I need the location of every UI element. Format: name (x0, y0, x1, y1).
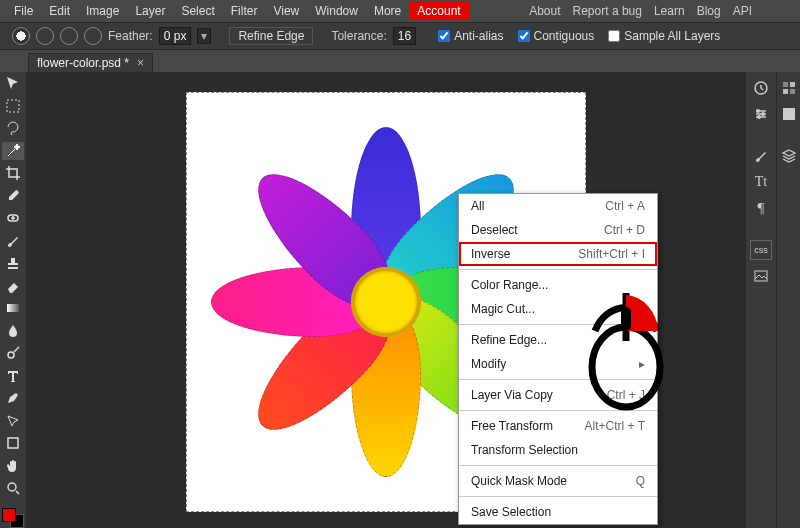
ctx-inverse[interactable]: InverseShift+Ctrl + I (459, 242, 657, 266)
svg-point-14 (757, 110, 760, 113)
ctx-save-selection[interactable]: Save Selection (459, 500, 657, 524)
menu-filter[interactable]: Filter (223, 2, 266, 20)
color-swatches[interactable] (2, 508, 24, 528)
paragraph-panel-icon[interactable]: ¶ (751, 198, 771, 218)
brush-panel-icon[interactable] (751, 146, 771, 166)
ctx-item-shortcut: Shift+Ctrl + I (578, 247, 645, 261)
help-report[interactable]: Report a bug (567, 2, 648, 20)
svg-rect-22 (783, 108, 795, 120)
menu-separator (459, 496, 657, 497)
tool-rect-select[interactable] (2, 97, 24, 116)
mouse-rightclick-annotation (583, 289, 669, 411)
tool-brush[interactable] (2, 232, 24, 251)
svg-point-12 (8, 483, 16, 491)
tool-pen[interactable] (2, 389, 24, 408)
tool-blur[interactable] (2, 322, 24, 341)
menu-select[interactable]: Select (173, 2, 222, 20)
reddit-icon[interactable] (758, 9, 770, 13)
help-about[interactable]: About (523, 2, 566, 20)
tool-healing[interactable] (2, 209, 24, 228)
ctx-free-transform[interactable]: Free TransformAlt+Ctrl + T (459, 414, 657, 438)
sample-all-checkbox[interactable]: Sample All Layers (604, 29, 724, 43)
menu-account[interactable]: Account (409, 2, 468, 20)
tool-zoom[interactable] (2, 479, 24, 498)
menu-view[interactable]: View (265, 2, 307, 20)
ctx-item-label: All (471, 199, 484, 213)
tool-stamp[interactable] (2, 254, 24, 273)
selection-new-icon[interactable] (12, 27, 30, 45)
menu-more[interactable]: More (366, 2, 409, 20)
menu-image[interactable]: Image (78, 2, 127, 20)
twitter-icon[interactable] (770, 9, 782, 13)
ctx-quick-mask-mode[interactable]: Quick Mask ModeQ (459, 469, 657, 493)
ctx-item-label: Free Transform (471, 419, 553, 433)
ctx-item-shortcut: Q (636, 474, 645, 488)
tool-eyedropper[interactable] (2, 187, 24, 206)
help-blog[interactable]: Blog (691, 2, 727, 20)
ctx-item-label: Refine Edge... (471, 333, 547, 347)
tool-dodge[interactable] (2, 344, 24, 363)
menu-layer[interactable]: Layer (127, 2, 173, 20)
right-panel-col-b (776, 72, 800, 528)
ctx-item-shortcut: Alt+Ctrl + T (585, 419, 645, 433)
type-panel-icon[interactable]: Tt (751, 172, 771, 192)
svg-point-15 (762, 113, 765, 116)
help-api[interactable]: API (727, 2, 758, 20)
document-tab-strip: flower-color.psd * × (0, 50, 800, 72)
tool-gradient[interactable] (2, 299, 24, 318)
tool-crop[interactable] (2, 164, 24, 183)
adjustments-panel-icon[interactable] (751, 104, 771, 124)
fullscreen-icon[interactable] (481, 9, 493, 13)
svg-rect-24 (621, 307, 631, 331)
menu-window[interactable]: Window (307, 2, 366, 20)
tool-shape[interactable] (2, 434, 24, 453)
main-area: Tt ¶ css (0, 72, 800, 528)
tolerance-input[interactable]: 16 (393, 27, 416, 45)
left-toolbar (0, 72, 26, 528)
facebook-icon[interactable] (782, 9, 794, 13)
tool-path-select[interactable] (2, 412, 24, 431)
svg-point-16 (758, 116, 761, 119)
tool-magic-wand[interactable] (2, 142, 24, 161)
selection-intersect-icon[interactable] (84, 27, 102, 45)
css-panel-icon[interactable]: css (750, 240, 772, 260)
layers-panel-icon[interactable] (779, 146, 799, 166)
menu-separator (459, 269, 657, 270)
tool-eraser[interactable] (2, 277, 24, 296)
tool-lasso[interactable] (2, 119, 24, 138)
feather-caret-icon[interactable]: ▾ (197, 28, 211, 44)
refine-edge-button[interactable]: Refine Edge (229, 27, 313, 45)
tool-type[interactable] (2, 367, 24, 386)
ctx-item-label: Transform Selection (471, 443, 578, 457)
tool-hand[interactable] (2, 457, 24, 476)
close-icon[interactable]: × (137, 56, 144, 70)
anti-alias-checkbox[interactable]: Anti-alias (434, 29, 507, 43)
svg-rect-20 (783, 89, 788, 94)
svg-rect-9 (7, 304, 19, 312)
menu-edit[interactable]: Edit (41, 2, 78, 20)
selection-subtract-icon[interactable] (60, 27, 78, 45)
menu-file[interactable]: File (6, 2, 41, 20)
history-panel-icon[interactable] (751, 78, 771, 98)
search-icon[interactable] (469, 9, 481, 13)
ctx-transform-selection[interactable]: Transform Selection (459, 438, 657, 462)
swatches-panel-icon[interactable] (779, 78, 799, 98)
fg-color-swatch[interactable] (2, 508, 16, 522)
ctx-deselect[interactable]: DeselectCtrl + D (459, 218, 657, 242)
ctx-item-label: Layer Via Copy (471, 388, 553, 402)
document-tab[interactable]: flower-color.psd * × (28, 53, 153, 72)
feather-label: Feather: (108, 29, 153, 43)
image-assets-panel-icon[interactable] (751, 266, 771, 286)
properties-panel-icon[interactable] (779, 104, 799, 124)
svg-rect-11 (8, 438, 18, 448)
ctx-all[interactable]: AllCtrl + A (459, 194, 657, 218)
flower-center (351, 267, 421, 337)
ctx-item-label: Quick Mask Mode (471, 474, 567, 488)
selection-add-icon[interactable] (36, 27, 54, 45)
ctx-item-shortcut: Ctrl + A (605, 199, 645, 213)
contiguous-checkbox[interactable]: Contiguous (514, 29, 599, 43)
help-learn[interactable]: Learn (648, 2, 691, 20)
ctx-item-label: Color Range... (471, 278, 548, 292)
feather-input[interactable]: 0 px (159, 27, 192, 45)
tool-move[interactable] (2, 74, 24, 93)
